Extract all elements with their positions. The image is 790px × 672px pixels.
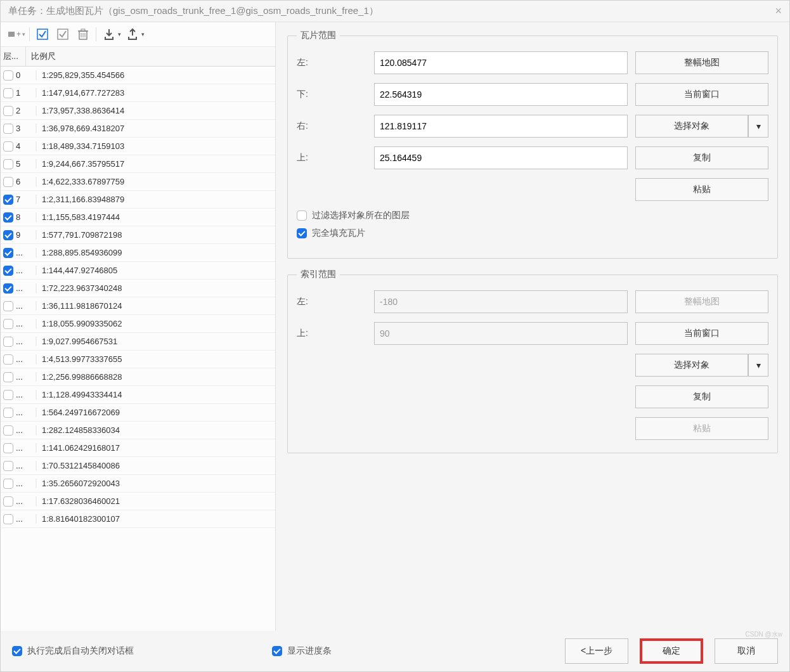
row-checkbox[interactable] <box>3 106 13 116</box>
row-checkbox[interactable] <box>3 141 13 152</box>
top-input[interactable] <box>374 146 628 169</box>
row-checkbox[interactable] <box>3 283 13 294</box>
row-checkbox[interactable] <box>3 248 13 258</box>
row-checkbox[interactable] <box>3 319 13 329</box>
row-checkbox[interactable] <box>3 461 13 471</box>
row-scale: 1:8.81640182300107 <box>36 514 275 524</box>
row-checkbox[interactable] <box>3 496 13 507</box>
idx-paste-button: 粘贴 <box>635 417 768 440</box>
table-row[interactable]: ...1:144,447.92746805 <box>1 262 275 280</box>
right-input[interactable] <box>374 115 628 138</box>
bottom-input[interactable] <box>374 83 628 106</box>
check-all-button[interactable] <box>34 26 51 42</box>
delete-button[interactable] <box>74 26 92 42</box>
full-map-button[interactable]: 整幅地图 <box>635 51 768 74</box>
table-row[interactable]: ...1:35.2656072920043 <box>1 475 275 493</box>
row-checkbox[interactable] <box>3 195 13 205</box>
row-checkbox[interactable] <box>3 88 13 98</box>
row-level: ... <box>13 461 36 470</box>
table-row[interactable]: 01:295,829,355.454566 <box>1 67 275 84</box>
row-checkbox[interactable] <box>3 425 13 436</box>
export-button[interactable] <box>124 26 141 42</box>
table-row[interactable]: 41:18,489,334.7159103 <box>1 138 275 155</box>
uncheck-all-button[interactable] <box>54 26 72 42</box>
prev-button[interactable]: <上一步 <box>565 638 628 664</box>
row-checkbox[interactable] <box>3 159 13 169</box>
table-row[interactable]: ...1:282.124858336034 <box>1 422 275 439</box>
row-checkbox[interactable] <box>3 354 13 365</box>
idx-current-window-button[interactable]: 当前窗口 <box>635 322 768 345</box>
col-scale-header[interactable]: 比例尺 <box>26 47 275 66</box>
import-button[interactable] <box>100 26 118 42</box>
fill-tile-checkbox[interactable] <box>297 228 307 238</box>
row-scale: 1:564.249716672069 <box>36 408 275 417</box>
row-level: ... <box>13 337 36 346</box>
svg-rect-2 <box>37 29 48 39</box>
watermark: CSDN @水w <box>746 630 783 639</box>
table-row[interactable]: ...1:36,111.9818670124 <box>1 297 275 315</box>
table-row[interactable]: ...1:18,055.9909335062 <box>1 315 275 333</box>
table-row[interactable]: 51:9,244,667.35795517 <box>1 155 275 173</box>
row-checkbox[interactable] <box>3 70 13 81</box>
table-row[interactable]: ...1:72,223.9637340248 <box>1 280 275 297</box>
row-checkbox[interactable] <box>3 124 13 134</box>
paste-button[interactable]: 粘贴 <box>635 178 768 201</box>
row-checkbox[interactable] <box>3 390 13 400</box>
filter-layer-checkbox[interactable] <box>297 210 307 221</box>
row-checkbox[interactable] <box>3 212 13 223</box>
row-scale: 1:288,895.854936099 <box>36 248 275 257</box>
select-object-button[interactable]: 选择对象 ▾ <box>635 115 768 138</box>
close-after-checkbox[interactable] <box>12 646 22 656</box>
idx-top-input <box>374 322 628 345</box>
current-window-button[interactable]: 当前窗口 <box>635 83 768 106</box>
svg-rect-3 <box>58 29 68 39</box>
table-row[interactable]: 61:4,622,333.67897759 <box>1 173 275 191</box>
table-row[interactable]: 31:36,978,669.4318207 <box>1 120 275 138</box>
close-icon[interactable]: × <box>775 4 782 18</box>
scale-panel: + ▾ ▾ <box>1 22 276 631</box>
row-checkbox[interactable] <box>3 372 13 382</box>
row-scale: 1:295,829,355.454566 <box>36 70 275 80</box>
table-row[interactable]: 71:2,311,166.83948879 <box>1 191 275 209</box>
table-row[interactable]: 91:577,791.709872198 <box>1 226 275 244</box>
table-row[interactable]: ...1:70.5312145840086 <box>1 457 275 475</box>
row-checkbox[interactable] <box>3 514 13 524</box>
chevron-down-icon[interactable]: ▾ <box>748 354 768 377</box>
row-checkbox[interactable] <box>3 301 13 311</box>
table-row[interactable]: 21:73,957,338.8636414 <box>1 102 275 120</box>
left-input[interactable] <box>374 51 628 74</box>
row-checkbox[interactable] <box>3 408 13 418</box>
row-checkbox[interactable] <box>3 337 13 347</box>
table-row[interactable]: ...1:288,895.854936099 <box>1 244 275 262</box>
cancel-button[interactable]: 取消 <box>715 638 778 664</box>
table-row[interactable]: ...1:4,513.99773337655 <box>1 351 275 368</box>
row-scale: 1:144,447.92746805 <box>36 266 275 275</box>
idx-select-object-button[interactable]: 选择对象 ▾ <box>635 354 768 377</box>
col-level-header[interactable]: 层... <box>1 47 26 66</box>
table-row[interactable]: ...1:2,256.99886668828 <box>1 368 275 386</box>
row-checkbox[interactable] <box>3 266 13 276</box>
row-level: 4 <box>13 141 36 151</box>
ok-button[interactable]: 确定 <box>640 638 703 664</box>
copy-button[interactable]: 复制 <box>635 146 768 169</box>
row-checkbox[interactable] <box>3 479 13 489</box>
table-row[interactable]: ...1:1,128.49943334414 <box>1 386 275 404</box>
row-scale: 1:9,027.9954667531 <box>36 337 275 346</box>
table-row[interactable]: ...1:564.249716672069 <box>1 404 275 422</box>
row-level: ... <box>13 354 36 364</box>
table-row[interactable]: ...1:141.062429168017 <box>1 439 275 457</box>
row-checkbox[interactable] <box>3 443 13 453</box>
window-title: 单任务：生成地图瓦片（gis_osm_roads_trunk_free_1@gi… <box>8 5 379 17</box>
table-row[interactable]: ...1:9,027.9954667531 <box>1 333 275 351</box>
row-scale: 1:18,055.9909335062 <box>36 319 275 328</box>
show-progress-checkbox[interactable] <box>272 646 282 656</box>
add-scale-button[interactable]: + <box>6 26 23 42</box>
row-checkbox[interactable] <box>3 177 13 187</box>
table-row[interactable]: 81:1,155,583.4197444 <box>1 209 275 226</box>
table-row[interactable]: ...1:17.6328036460021 <box>1 493 275 510</box>
chevron-down-icon[interactable]: ▾ <box>748 115 768 138</box>
row-checkbox[interactable] <box>3 230 13 240</box>
table-row[interactable]: ...1:8.81640182300107 <box>1 510 275 528</box>
idx-copy-button[interactable]: 复制 <box>635 385 768 408</box>
table-row[interactable]: 11:147,914,677.727283 <box>1 84 275 102</box>
